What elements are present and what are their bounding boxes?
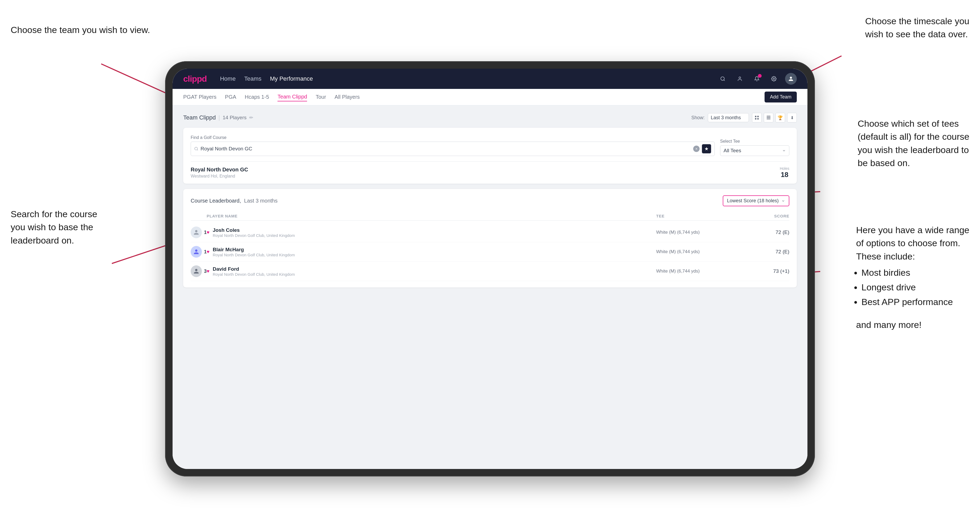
rank-number: 1 xyxy=(204,230,207,235)
tablet-device: clippd Home Teams My Performance xyxy=(165,61,815,476)
col-header-player: PLAYER NAME xyxy=(207,214,656,218)
app-logo: clippd xyxy=(183,74,207,84)
leaderboard-header: Course Leaderboard, Last 3 months Lowest… xyxy=(191,195,789,206)
chevron-down-icon xyxy=(781,199,785,203)
svg-rect-14 xyxy=(767,116,770,117)
svg-rect-15 xyxy=(767,117,770,118)
bullet-item: Longest drive xyxy=(861,281,969,294)
nav-link-home[interactable]: Home xyxy=(220,75,236,82)
chevron-down-icon xyxy=(782,149,786,152)
subnav-pgat[interactable]: PGAT Players xyxy=(183,93,216,101)
score-value: 72 (E) xyxy=(736,229,789,235)
course-search-field: Find a Golf Course × ★ xyxy=(191,135,715,156)
course-search-input[interactable] xyxy=(200,146,691,152)
player-avatar xyxy=(191,246,202,258)
search-row: Find a Golf Course × ★ Select Tee xyxy=(191,135,789,156)
bullet-item: Most birdies xyxy=(861,266,969,279)
player-club: Royal North Devon Golf Club, United King… xyxy=(213,233,295,238)
table-row: 3 ♥ David Ford Royal North Devon Golf Cl… xyxy=(191,262,789,281)
annotation-topleft: Choose the team you wish to view. xyxy=(11,24,150,37)
and-more-text: and many more! xyxy=(856,318,969,332)
heart-icon[interactable]: ♥ xyxy=(207,268,210,274)
tee-info: White (M) (6,744 yds) xyxy=(656,249,736,254)
score-sort-label: Lowest Score (18 holes) xyxy=(727,198,779,204)
subnav-allplayers[interactable]: All Players xyxy=(334,93,360,101)
leaderboard-table: PLAYER NAME TEE SCORE 1 xyxy=(191,211,789,281)
rank-number: 3 xyxy=(204,268,207,274)
annotation-bottomright: Here you have a wide rangeof options to … xyxy=(856,224,969,332)
download-btn[interactable]: ⬇ xyxy=(787,113,797,122)
heart-icon[interactable]: ♥ xyxy=(207,230,210,235)
annotation-midright: Choose which set of tees(default is all)… xyxy=(858,117,969,170)
annotation-bottomright-text: Here you have a wide rangeof options to … xyxy=(856,225,969,261)
course-info: Royal North Devon GC Westward Hol, Engla… xyxy=(191,167,248,179)
search-icon-btn[interactable] xyxy=(717,73,729,85)
annotation-midright-text: Choose which set of tees(default is all)… xyxy=(858,119,969,168)
player-info: ♥ David Ford Royal North Devon Golf Club… xyxy=(207,266,656,276)
user-icon-btn[interactable] xyxy=(734,73,746,85)
notification-icon-btn[interactable] xyxy=(751,73,763,85)
player-name: Blair McHarg xyxy=(213,247,295,252)
player-details: Blair McHarg Royal North Devon Golf Club… xyxy=(213,247,295,257)
player-name: David Ford xyxy=(213,266,295,272)
svg-rect-13 xyxy=(757,118,759,119)
tee-value: All Tees xyxy=(724,148,741,154)
notification-badge xyxy=(758,74,762,78)
player-info: ♥ Josh Coles Royal North Devon Golf Club… xyxy=(207,227,656,238)
leaderboard-card: Course Leaderboard, Last 3 months Lowest… xyxy=(183,189,797,287)
annotation-topright: Choose the timescale youwish to see the … xyxy=(865,14,969,41)
player-count: 14 Players xyxy=(223,115,247,121)
tee-label: Select Tee xyxy=(720,139,789,144)
svg-point-6 xyxy=(721,77,724,80)
player-avatar xyxy=(191,265,202,277)
player-rank: 3 xyxy=(191,265,207,277)
heart-icon[interactable]: ♥ xyxy=(207,249,210,255)
score-sort-select[interactable]: Lowest Score (18 holes) xyxy=(723,195,789,206)
settings-icon-btn[interactable] xyxy=(768,73,780,85)
add-team-button[interactable]: Add Team xyxy=(765,92,797,103)
player-info: ♥ Blair McHarg Royal North Devon Golf Cl… xyxy=(207,247,656,257)
search-input-wrapper: × ★ xyxy=(191,141,715,156)
svg-rect-10 xyxy=(755,116,756,117)
options-list: Most birdies Longest drive Best APP perf… xyxy=(861,266,969,309)
score-value: 72 (E) xyxy=(736,249,789,255)
leaderboard-title-text: Course Leaderboard, xyxy=(191,198,241,204)
find-course-label: Find a Golf Course xyxy=(191,135,715,140)
player-club: Royal North Devon Golf Club, United King… xyxy=(213,252,295,257)
col-header-rank xyxy=(191,214,207,218)
edit-team-icon[interactable]: ✏ xyxy=(249,115,253,121)
player-details: Josh Coles Royal North Devon Golf Club, … xyxy=(213,227,295,238)
course-result: Royal North Devon GC Westward Hol, Engla… xyxy=(191,161,789,184)
show-control: Show: Last 3 months Last month Last 6 mo… xyxy=(691,113,797,122)
nav-links: Home Teams My Performance xyxy=(220,75,706,82)
subnav-tour[interactable]: Tour xyxy=(316,93,326,101)
tee-info: White (M) (6,744 yds) xyxy=(656,230,736,235)
user-avatar-btn[interactable] xyxy=(785,73,797,85)
table-row: 1 ♥ Josh Coles Royal North Devon Golf Cl… xyxy=(191,223,789,242)
subnav-pga[interactable]: PGA xyxy=(225,93,236,101)
clear-search-btn[interactable]: × xyxy=(693,146,700,152)
subnav-teamclippd[interactable]: Team Clippd xyxy=(277,93,307,102)
tee-select[interactable]: All Tees xyxy=(720,145,789,156)
player-name: Josh Coles xyxy=(213,227,295,233)
annotation-topleft-text: Choose the team you wish to view. xyxy=(11,25,150,35)
course-name: Royal North Devon GC xyxy=(191,167,248,173)
list-view-btn[interactable] xyxy=(764,113,773,122)
nav-link-teams[interactable]: Teams xyxy=(244,75,261,82)
favorite-btn[interactable]: ★ xyxy=(702,144,711,154)
subnav-hcaps[interactable]: Hcaps 1-5 xyxy=(245,93,269,101)
table-header: PLAYER NAME TEE SCORE xyxy=(191,211,789,221)
nav-icons xyxy=(717,73,797,85)
bullet-item: Best APP performance xyxy=(861,295,969,308)
player-rank: 1 xyxy=(191,227,207,238)
player-rank: 1 xyxy=(191,246,207,258)
time-range-select[interactable]: Last 3 months Last month Last 6 months L… xyxy=(708,113,749,122)
nav-link-myperformance[interactable]: My Performance xyxy=(270,75,313,82)
svg-line-18 xyxy=(197,149,198,151)
svg-point-9 xyxy=(773,78,775,79)
score-value: 73 (+1) xyxy=(736,268,789,274)
trophy-view-btn[interactable]: 🏆 xyxy=(775,113,785,122)
content-header: Team Clippd | 14 Players ✏ Show: Last 3 … xyxy=(183,113,797,122)
grid-view-btn[interactable] xyxy=(752,113,762,122)
svg-rect-12 xyxy=(755,118,756,119)
